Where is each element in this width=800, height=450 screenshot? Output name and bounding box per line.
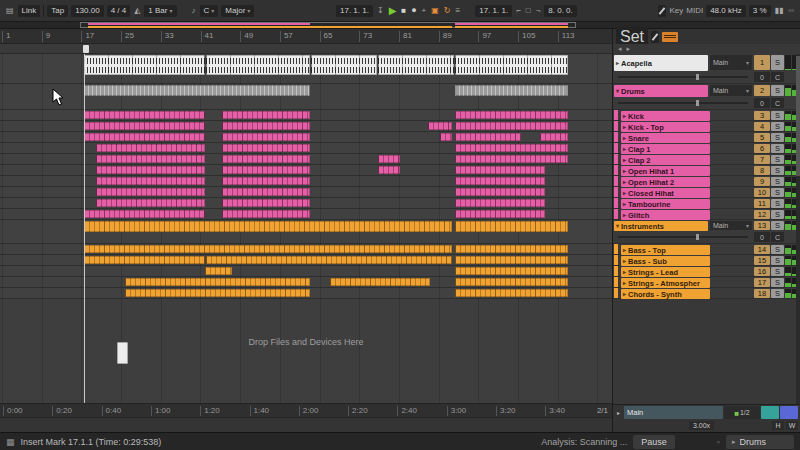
bar-number[interactable]: 89 <box>439 31 452 42</box>
clip[interactable] <box>455 177 545 185</box>
track-name[interactable]: ▸Strings - Atmospher <box>621 278 710 288</box>
bar-number[interactable]: 65 <box>320 31 333 42</box>
track-row[interactable]: ▸Bass - Sub15S <box>613 255 800 266</box>
time-label[interactable]: 3:20 <box>496 406 516 416</box>
solo-button[interactable]: S <box>771 199 784 208</box>
track-lane[interactable] <box>0 198 612 209</box>
clip[interactable] <box>222 166 310 174</box>
clip[interactable] <box>84 210 205 218</box>
clip[interactable] <box>330 278 430 286</box>
clip[interactable] <box>84 133 205 141</box>
bar-number[interactable]: 49 <box>240 31 253 42</box>
track-lane[interactable] <box>0 143 612 154</box>
track-number[interactable]: 3 <box>754 111 770 120</box>
arrangement-view[interactable]: Drop Files and Devices Here 2/1 0:000:20… <box>0 54 612 432</box>
draw-mode-icon[interactable] <box>658 5 666 17</box>
clip[interactable] <box>455 210 545 218</box>
punch-out-icon[interactable]: ¬ <box>535 6 542 16</box>
time-label[interactable]: 0:00 <box>3 406 23 416</box>
clip[interactable] <box>455 166 545 174</box>
clip[interactable] <box>222 133 310 141</box>
scroll-handle[interactable] <box>796 56 800 176</box>
track-row[interactable]: ▸Kick3S <box>613 110 800 121</box>
vertical-scrollbar[interactable] <box>796 54 800 404</box>
clip[interactable] <box>96 166 205 174</box>
time-label[interactable]: 2:20 <box>348 406 368 416</box>
solo-button[interactable]: S <box>771 188 784 197</box>
track-lane[interactable] <box>0 187 612 198</box>
track-lane[interactable] <box>0 110 612 121</box>
track-unfold-icon[interactable]: ▸ <box>623 157 626 163</box>
record-button[interactable]: ● <box>410 5 417 16</box>
pause-button[interactable]: Pause <box>633 435 675 449</box>
time-label[interactable]: 0:20 <box>52 406 72 416</box>
clip[interactable] <box>222 111 310 119</box>
clip[interactable] <box>96 155 205 163</box>
zoom-amount-field[interactable]: 3.00x <box>689 421 714 430</box>
track-name[interactable]: ▸Snare <box>621 133 710 143</box>
arrangement-position-field[interactable]: 17. 1. 1. <box>336 5 373 17</box>
clip[interactable] <box>311 55 377 75</box>
clip[interactable] <box>96 199 205 207</box>
scale-name-menu[interactable]: Major▾ <box>221 5 254 17</box>
clip[interactable] <box>540 133 568 141</box>
track-row[interactable]: ▸Strings - Atmospher17S <box>613 277 800 288</box>
bar-number[interactable]: 33 <box>161 31 174 42</box>
back-arrow-icon[interactable]: ◂ <box>618 45 622 53</box>
clip[interactable] <box>378 155 400 163</box>
bar-number[interactable]: 1 <box>2 31 10 42</box>
clip[interactable] <box>125 278 310 286</box>
track-number[interactable]: 13 <box>754 221 770 230</box>
dragged-clip[interactable] <box>117 342 128 364</box>
clip[interactable] <box>222 122 310 130</box>
punch-in-icon[interactable]: ⌐ <box>515 6 522 16</box>
clip[interactable] <box>84 111 205 119</box>
track-row[interactable]: ▸Bass - Top14S <box>613 244 800 255</box>
clip[interactable] <box>84 245 452 253</box>
bar-number[interactable]: 25 <box>121 31 134 42</box>
track-unfold-icon[interactable]: ▸ <box>623 247 626 253</box>
bar-number[interactable]: 105 <box>518 31 535 42</box>
loop-switch-icon[interactable]: □ <box>525 6 532 16</box>
play-button[interactable]: ▶ <box>388 5 398 17</box>
clip[interactable] <box>455 85 568 96</box>
clip[interactable] <box>428 122 452 130</box>
volume-slider[interactable] <box>618 102 748 104</box>
beat-grid-selector[interactable]: ▮▮1/2 <box>724 406 760 419</box>
track-lane[interactable] <box>0 154 612 165</box>
metronome-icon[interactable]: ◭ <box>133 6 141 16</box>
track-number[interactable]: 1 <box>754 55 770 70</box>
time-label[interactable]: 3:00 <box>447 406 467 416</box>
stop-button[interactable]: ■ <box>400 6 407 16</box>
track-unfold-icon[interactable]: ▸ <box>616 60 619 66</box>
track-row[interactable]: ▸Open Hihat 29S <box>613 176 800 187</box>
volume-value[interactable]: 0 <box>754 232 770 242</box>
track-name[interactable]: ▸Kick - Top <box>621 122 710 132</box>
track-number[interactable]: 2 <box>754 85 770 96</box>
key-map-button[interactable]: Key <box>669 6 683 15</box>
track-lane[interactable] <box>0 165 612 176</box>
scrub-area[interactable] <box>0 44 612 54</box>
track-name[interactable]: ▸Strings - Lead <box>621 267 710 277</box>
clip[interactable] <box>84 85 310 96</box>
track-unfold-icon[interactable]: ▸ <box>623 269 626 275</box>
track-lane[interactable] <box>0 255 612 266</box>
follow-icon[interactable]: ↧ <box>376 6 385 16</box>
clip[interactable] <box>222 199 310 207</box>
track-row[interactable]: ▸Clap 16S <box>613 143 800 154</box>
bar-number[interactable]: 9 <box>42 31 50 42</box>
time-label[interactable]: 0:40 <box>102 406 122 416</box>
clip[interactable] <box>455 155 568 163</box>
io-section-toggle[interactable] <box>662 32 678 42</box>
track-name[interactable]: ▸Open Hihat 2 <box>621 177 710 187</box>
time-label[interactable]: 2:40 <box>397 406 417 416</box>
clip[interactable] <box>455 289 568 297</box>
midi-map-button[interactable]: MIDI <box>686 6 703 15</box>
solo-button[interactable]: S <box>771 210 784 219</box>
clip[interactable] <box>455 278 568 286</box>
overview-strip[interactable] <box>0 22 800 29</box>
clip[interactable] <box>455 122 568 130</box>
clip[interactable] <box>84 122 205 130</box>
time-label[interactable]: 2:00 <box>299 406 319 416</box>
track-lane[interactable] <box>0 132 612 143</box>
